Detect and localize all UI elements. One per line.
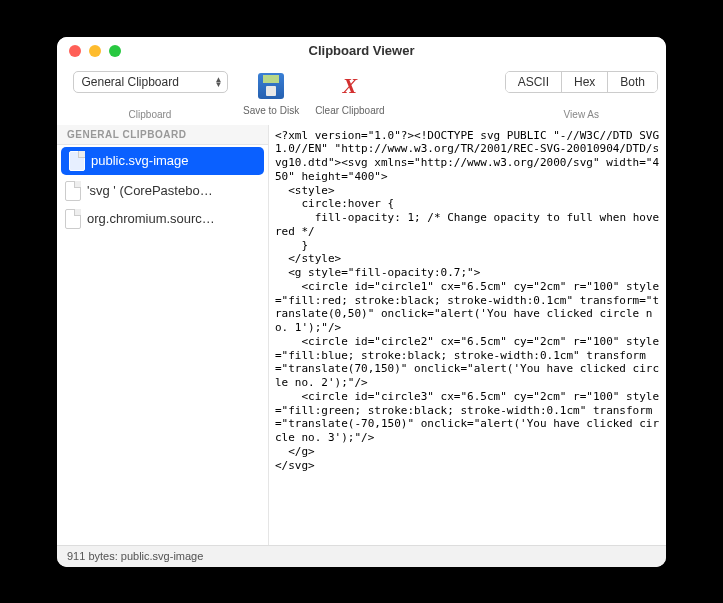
list-item-label: org.chromium.sourc… — [87, 211, 215, 226]
titlebar: Clipboard Viewer — [57, 37, 666, 65]
document-icon — [65, 181, 81, 201]
sidebar-header: GENERAL CLIPBOARD — [57, 125, 268, 145]
clear-button-label: Clear Clipboard — [315, 105, 384, 116]
app-window: Clipboard Viewer General Clipboard ▲▼ Cl… — [57, 37, 666, 567]
x-icon: X — [343, 73, 358, 99]
clipboard-section-label: Clipboard — [129, 109, 172, 120]
clear-clipboard-button[interactable]: X Clear Clipboard — [315, 71, 384, 116]
clipboard-dropdown-value: General Clipboard — [82, 75, 179, 89]
floppy-disk-icon — [258, 73, 284, 99]
toolbar: General Clipboard ▲▼ Clipboard Save to D… — [57, 65, 666, 125]
chevron-updown-icon: ▲▼ — [215, 77, 223, 87]
toolbar-viewas-section: ASCII Hex Both View As — [505, 71, 658, 120]
maximize-button[interactable] — [109, 45, 121, 57]
status-bar: 911 bytes: public.svg-image — [57, 545, 666, 567]
status-text: 911 bytes: public.svg-image — [67, 550, 203, 562]
list-item[interactable]: 'svg ' (CorePastebo… — [57, 177, 268, 205]
clipboard-content-text: <?xml version="1.0"?><!DOCTYPE svg PUBLI… — [275, 129, 660, 473]
view-ascii-button[interactable]: ASCII — [506, 72, 562, 92]
view-both-button[interactable]: Both — [608, 72, 657, 92]
save-button-label: Save to Disk — [243, 105, 299, 116]
list-item[interactable]: public.svg-image — [61, 147, 264, 175]
content-pane[interactable]: <?xml version="1.0"?><!DOCTYPE svg PUBLI… — [269, 125, 666, 545]
list-item[interactable]: org.chromium.sourc… — [57, 205, 268, 233]
window-body: GENERAL CLIPBOARD public.svg-image 'svg … — [57, 125, 666, 545]
list-item-label: 'svg ' (CorePastebo… — [87, 183, 213, 198]
sidebar: GENERAL CLIPBOARD public.svg-image 'svg … — [57, 125, 269, 545]
document-icon — [69, 151, 85, 171]
save-to-disk-button[interactable]: Save to Disk — [243, 71, 299, 116]
list-item-label: public.svg-image — [91, 153, 189, 168]
close-button[interactable] — [69, 45, 81, 57]
clipboard-dropdown[interactable]: General Clipboard ▲▼ — [73, 71, 228, 93]
traffic-lights — [57, 45, 121, 57]
minimize-button[interactable] — [89, 45, 101, 57]
window-title: Clipboard Viewer — [57, 43, 666, 58]
toolbar-clipboard-section: General Clipboard ▲▼ Clipboard — [65, 71, 235, 120]
document-icon — [65, 209, 81, 229]
viewas-section-label: View As — [564, 109, 599, 120]
view-mode-segmented: ASCII Hex Both — [505, 71, 658, 93]
view-hex-button[interactable]: Hex — [562, 72, 608, 92]
